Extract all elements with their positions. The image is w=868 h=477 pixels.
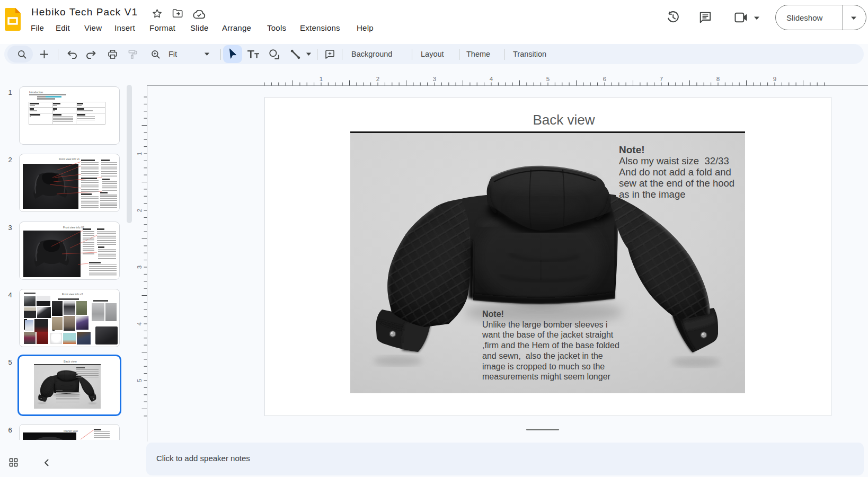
- svg-text:8: 8: [716, 76, 720, 82]
- svg-text:3: 3: [136, 266, 143, 269]
- svg-text:3: 3: [433, 76, 436, 82]
- svg-text:5: 5: [546, 76, 550, 82]
- svg-text:9: 9: [773, 76, 776, 82]
- svg-text:7: 7: [660, 76, 663, 82]
- svg-text:6: 6: [603, 76, 606, 82]
- svg-text:4: 4: [490, 76, 493, 82]
- svg-text:5: 5: [136, 379, 143, 382]
- svg-text:2: 2: [376, 76, 379, 82]
- svg-text:4: 4: [136, 322, 143, 325]
- svg-text:1: 1: [320, 76, 323, 82]
- svg-text:2: 2: [136, 209, 143, 212]
- svg-text:1: 1: [136, 152, 143, 155]
